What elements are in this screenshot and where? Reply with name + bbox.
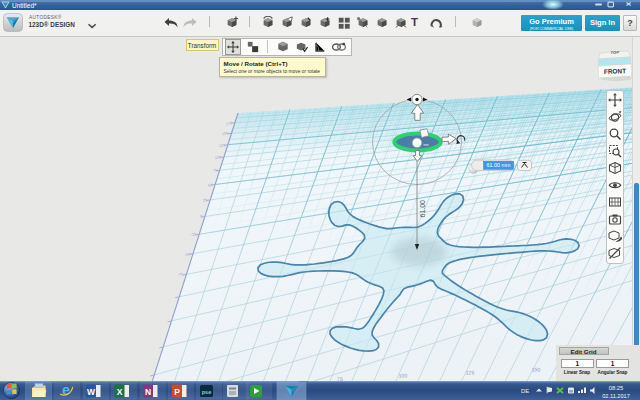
svg-text:FRONT: FRONT [604, 67, 626, 75]
svg-text:X: X [117, 387, 123, 397]
svg-text:25: 25 [203, 198, 208, 203]
svg-text:W: W [87, 387, 96, 397]
svg-text:02.11.2017: 02.11.2017 [602, 393, 630, 399]
svg-text:75: 75 [213, 168, 218, 173]
svg-text:-25: -25 [190, 232, 196, 237]
svg-text:125: 125 [219, 143, 226, 148]
svg-text:DE: DE [521, 388, 529, 394]
svg-text:e: e [62, 382, 70, 398]
svg-text:150: 150 [222, 131, 229, 136]
svg-text:mm: mm [424, 143, 429, 147]
svg-text:175: 175 [226, 121, 233, 126]
svg-text:100: 100 [398, 372, 407, 379]
svg-text:50: 50 [208, 183, 213, 188]
svg-text:125: 125 [465, 369, 474, 376]
svg-text:P: P [174, 387, 180, 397]
svg-text:-75: -75 [177, 272, 183, 277]
svg-text:N: N [145, 387, 151, 397]
svg-text:150: 150 [531, 366, 540, 373]
svg-text:61.00: 61.00 [419, 200, 426, 218]
svg-text:TOP: TOP [610, 50, 620, 55]
svg-text:-50: -50 [184, 252, 190, 257]
svg-text:61.00 mm: 61.00 mm [487, 162, 511, 168]
svg-text:pse: pse [202, 389, 211, 395]
svg-text:100: 100 [215, 155, 222, 160]
svg-text:08:25: 08:25 [609, 385, 624, 391]
svg-text:0: 0 [200, 214, 203, 218]
svg-text:Untitled*: Untitled* [12, 2, 37, 9]
